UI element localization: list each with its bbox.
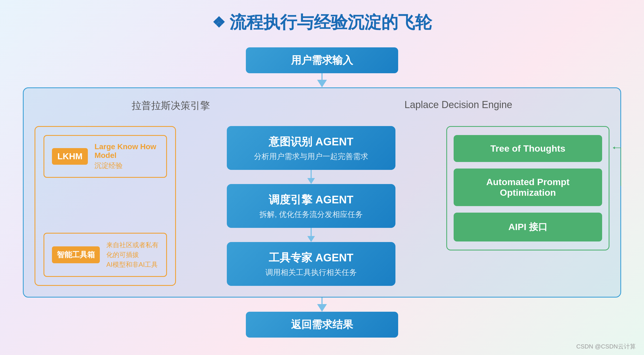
agent-box-3: 工具专家 AGENT 调用相关工具执行相关任务	[227, 242, 395, 286]
right-panel-wrapper: Tree of Thoughts Automated Prompt Optimi…	[446, 126, 609, 286]
toolbox-box: 智能工具箱 来自社区或者私有化的可插拔 AI模型和非AI工具	[44, 233, 167, 277]
lkhm-desc: Large Know How Model 沉淀经验	[94, 142, 159, 170]
page-title: ❖ 流程执行与经验沉淀的飞轮	[212, 11, 432, 34]
back-arrow-svg	[607, 140, 629, 194]
top-flow: 用户需求输入 拉普拉斯决策引擎 Laplace Decision Engine …	[22, 47, 622, 338]
toolbox-desc2: AI模型和非AI工具	[106, 260, 159, 270]
agent-title-2: 调度引擎 AGENT	[238, 192, 385, 207]
agent-box-2: 调度引擎 AGENT 拆解, 优化任务流分发相应任务	[227, 184, 395, 228]
user-input-box: 用户需求输入	[246, 47, 398, 73]
connector-2	[307, 228, 315, 242]
container-labels: 拉普拉斯决策引擎 Laplace Decision Engine	[35, 99, 609, 112]
watermark: CSDN @CSDN云计算	[576, 342, 636, 351]
center-panel: 意图识别 AGENT 分析用户需求与用户一起完善需求 调度引擎 AGENT 拆解…	[184, 126, 438, 286]
left-panel: LKHM Large Know How Model 沉淀经验 智能工具箱 来自社…	[35, 126, 176, 286]
inner-area: LKHM Large Know How Model 沉淀经验 智能工具箱 来自社…	[35, 126, 609, 286]
title-text: 流程执行与经验沉淀的飞轮	[230, 11, 432, 34]
output-box: 返回需求结果	[246, 312, 398, 338]
technique-box-1: Tree of Thoughts	[454, 135, 602, 162]
agent-title-1: 意图识别 AGENT	[238, 134, 385, 149]
lkhm-badge: LKHM	[52, 148, 88, 165]
lkhm-subtitle: 沉淀经验	[94, 161, 159, 170]
technique-box-3: AIPI 接口	[454, 213, 602, 241]
toolbox-desc: 来自社区或者私有化的可插拔 AI模型和非AI工具	[106, 240, 159, 270]
title-icon: ❖	[212, 14, 225, 31]
agent-desc-2: 拆解, 优化任务流分发相应任务	[238, 209, 385, 220]
toolbox-desc1: 来自社区或者私有化的可插拔	[106, 240, 159, 260]
main-container: 拉普拉斯决策引擎 Laplace Decision Engine LKHM La…	[23, 87, 621, 298]
lkhm-box: LKHM Large Know How Model 沉淀经验	[44, 135, 167, 178]
connector-1	[307, 170, 315, 184]
lkhm-title: Large Know How Model	[94, 142, 159, 160]
right-panel: Tree of Thoughts Automated Prompt Optimi…	[446, 126, 609, 250]
agent-title-3: 工具专家 AGENT	[238, 250, 385, 265]
label-en: Laplace Decision Engine	[404, 99, 512, 112]
toolbox-badge: 智能工具箱	[52, 246, 100, 263]
agent-box-1: 意图识别 AGENT 分析用户需求与用户一起完善需求	[227, 126, 395, 170]
agent-desc-3: 调用相关工具执行相关任务	[238, 267, 385, 278]
svg-marker-2	[613, 146, 615, 149]
technique-box-2: Automated Prompt Optimization	[454, 169, 602, 206]
page-container: ❖ 流程执行与经验沉淀的飞轮 用户需求输入 拉普拉斯决策引擎 Laplace D…	[0, 0, 644, 355]
agent-desc-1: 分析用户需求与用户一起完善需求	[238, 151, 385, 162]
label-cn: 拉普拉斯决策引擎	[132, 99, 210, 112]
